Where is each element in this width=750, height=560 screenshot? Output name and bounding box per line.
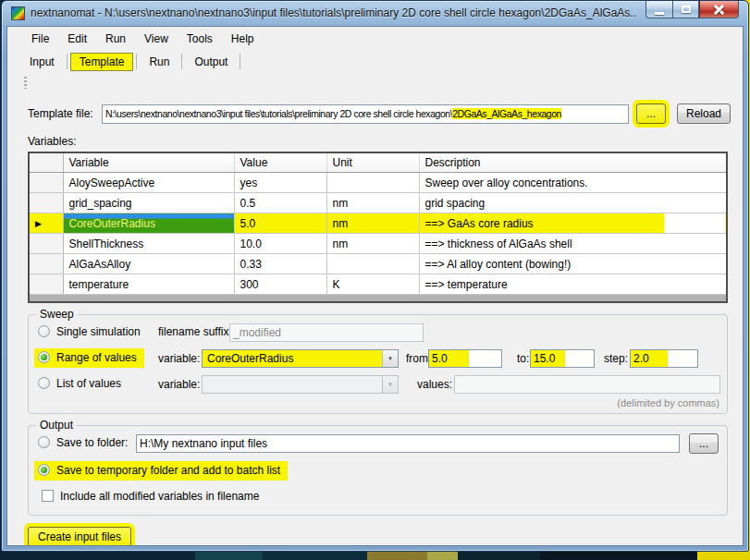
row-gutter	[29, 173, 63, 193]
table-row[interactable]: AloySweepActive yes Sweep over alloy con…	[29, 173, 727, 193]
cell-unit[interactable]: nm	[326, 234, 419, 254]
cell-value[interactable]: 0.33	[234, 254, 326, 274]
browse-template-button[interactable]: ...	[636, 103, 666, 124]
col-description[interactable]: Description	[419, 152, 727, 173]
toolbar	[7, 73, 743, 92]
single-simulation-radio[interactable]	[38, 325, 50, 337]
row-gutter	[29, 274, 63, 295]
maximize-icon	[682, 6, 691, 13]
save-temp-batch-radio[interactable]	[38, 464, 50, 476]
minimize-button[interactable]	[645, 1, 672, 18]
menu-help[interactable]: Help	[222, 30, 264, 48]
include-variables-label: Include all modified variables in filena…	[60, 490, 259, 503]
cell-unit[interactable]: nm	[326, 193, 419, 213]
titlebar[interactable]: nextnanomat - N:\users\nextnano\nextnano…	[2, 1, 748, 25]
table-row[interactable]: temperature 300 K ==> temperature	[29, 274, 727, 295]
cell-description[interactable]: Sweep over alloy concentrations.	[419, 173, 727, 193]
tabstrip: Input Template Run Output	[7, 50, 743, 73]
cell-value[interactable]: 0.5	[234, 193, 326, 213]
filename-suffix-label: filename suffix:	[158, 325, 232, 338]
include-variables-option[interactable]: Include all modified variables in filena…	[38, 487, 266, 506]
cell-variable[interactable]: AloySweepActive	[63, 173, 234, 193]
range-of-values-option[interactable]: Range of values	[34, 348, 144, 368]
list-variable-combobox[interactable]: ▼	[202, 375, 399, 394]
table-row[interactable]: grid_spacing 0.5 nm grid spacing	[29, 193, 727, 213]
browse-folder-button[interactable]: ...	[689, 433, 719, 454]
cell-description[interactable]: ==> GaAs core radius	[419, 213, 727, 234]
create-input-files-button[interactable]: Create input files	[28, 527, 131, 547]
cell-variable[interactable]: ShellThickness	[63, 234, 234, 254]
single-simulation-option[interactable]: Single simulation	[34, 323, 148, 342]
window-controls	[645, 1, 739, 18]
cell-value[interactable]: yes	[234, 173, 326, 193]
cell-variable[interactable]: grid_spacing	[63, 193, 234, 213]
col-value[interactable]: Value	[234, 152, 326, 173]
cell-description[interactable]: ==> Al alloy content (bowing!)	[419, 254, 727, 274]
col-unit[interactable]: Unit	[326, 152, 419, 173]
chevron-down-icon[interactable]: ▼	[382, 350, 398, 367]
menu-edit[interactable]: Edit	[58, 30, 96, 48]
cell-value[interactable]: 300	[234, 274, 326, 295]
list-of-values-option[interactable]: List of values	[34, 374, 129, 394]
cell-variable[interactable]: AlGaAsAlloy	[63, 254, 234, 274]
range-variable-label: variable:	[158, 352, 200, 365]
save-to-folder-option[interactable]: Save to folder:	[34, 433, 135, 453]
tab-input[interactable]: Input	[20, 53, 64, 71]
output-title: Output	[36, 419, 77, 432]
tab-run[interactable]: Run	[140, 53, 178, 71]
to-input[interactable]: 15.0	[530, 349, 595, 368]
menu-tools[interactable]: Tools	[178, 30, 222, 48]
cell-description[interactable]: ==> thickness of AlGaAs shell	[419, 234, 727, 254]
cell-unit[interactable]	[326, 254, 419, 274]
step-input[interactable]: 2.0	[630, 349, 698, 368]
list-of-values-radio[interactable]	[38, 377, 50, 389]
cell-unit[interactable]: nm	[326, 213, 419, 234]
output-folder-input[interactable]: H:\My nextnano input files	[136, 434, 680, 453]
include-variables-checkbox[interactable]	[42, 490, 54, 502]
delimited-note: (delimited by commas)	[617, 397, 719, 408]
cell-description[interactable]: ==> temperature	[419, 274, 727, 295]
from-input[interactable]: 5.0	[428, 349, 502, 368]
table-row[interactable]: ShellThickness 10.0 nm ==> thickness of …	[29, 234, 727, 254]
cell-description[interactable]: grid spacing	[419, 193, 727, 213]
tab-output[interactable]: Output	[185, 53, 237, 71]
table-row-selected[interactable]: ▶ CoreOuterRadius 5.0 nm ==> GaAs core r…	[29, 213, 727, 234]
menu-file[interactable]: File	[22, 30, 58, 48]
save-temp-batch-option[interactable]: Save to temporary folder and add to batc…	[34, 461, 288, 481]
window-title: nextnanomat - N:\users\nextnano\nextnano…	[31, 6, 637, 19]
range-of-values-radio[interactable]	[38, 351, 50, 363]
range-variable-combobox[interactable]: CoreOuterRadius ▼	[202, 349, 399, 368]
list-variable-label: variable:	[158, 378, 200, 391]
maximize-button[interactable]	[672, 1, 699, 18]
menu-view[interactable]: View	[135, 30, 178, 48]
menu-run[interactable]: Run	[96, 30, 135, 48]
menubar: File Edit Run View Tools Help	[7, 27, 743, 50]
table-row[interactable]: AlGaAsAlloy 0.33 ==> Al alloy content (b…	[29, 254, 727, 274]
row-gutter	[29, 234, 63, 254]
row-pointer-icon: ▶	[29, 213, 63, 234]
cell-unit[interactable]	[326, 173, 419, 193]
chevron-down-icon: ▼	[382, 376, 398, 393]
save-to-folder-radio[interactable]	[38, 436, 50, 448]
cell-unit[interactable]: K	[326, 274, 419, 295]
close-icon	[714, 5, 724, 15]
col-variable[interactable]: Variable	[63, 152, 234, 173]
toolbar-grip-icon[interactable]	[24, 77, 27, 89]
close-button[interactable]	[699, 1, 739, 18]
step-label: step:	[604, 352, 628, 365]
client-area: File Edit Run View Tools Help Input Temp…	[6, 26, 744, 546]
tab-separator	[136, 54, 137, 69]
save-to-folder-label: Save to folder:	[56, 436, 128, 449]
cell-value[interactable]: 5.0	[234, 213, 326, 234]
cell-variable[interactable]: CoreOuterRadius	[63, 213, 234, 234]
reload-button[interactable]: Reload	[677, 103, 731, 124]
template-file-input[interactable]: N:\users\nextnano\nextnano3\input files\…	[102, 104, 629, 124]
list-variable-value	[203, 376, 382, 393]
filename-suffix-input[interactable]: _modified	[229, 323, 424, 342]
values-input[interactable]	[454, 375, 720, 394]
tab-template[interactable]: Template	[70, 53, 134, 71]
tab-separator	[181, 54, 182, 69]
save-temp-batch-label: Save to temporary folder and add to batc…	[56, 464, 280, 477]
cell-value[interactable]: 10.0	[234, 234, 326, 254]
cell-variable[interactable]: temperature	[63, 274, 234, 295]
